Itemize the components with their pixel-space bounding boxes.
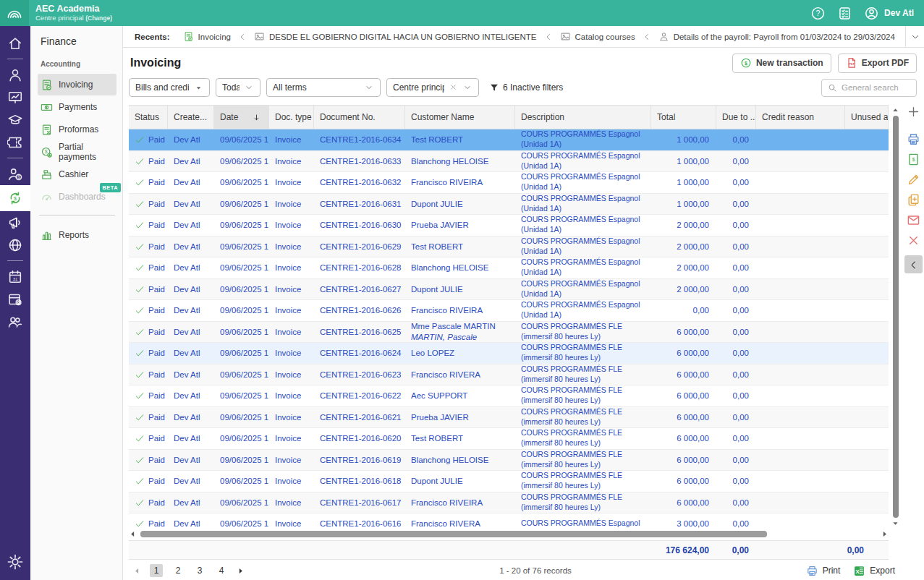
vertical-scrollbar-thumb[interactable] bbox=[893, 116, 899, 518]
chevron-left-icon bbox=[908, 260, 918, 270]
sidebar-item-partial-payments[interactable]: $Partial payments bbox=[38, 141, 116, 163]
table-row[interactable]: PaidDev Atl09/06/2025 1InvoiceCENTRE1-20… bbox=[129, 172, 889, 194]
copy-plus-action-icon[interactable] bbox=[907, 193, 920, 207]
terms-filter[interactable]: All terms bbox=[266, 78, 381, 97]
centre-filter[interactable]: Centre principal bbox=[386, 78, 479, 97]
sidebar-item-reports[interactable]: Reports bbox=[38, 224, 116, 246]
column-header-customer-name[interactable]: Customer Name bbox=[405, 106, 515, 129]
table-row[interactable]: PaidDev Atl09/06/2025 1InvoiceCENTRE1-20… bbox=[129, 194, 889, 216]
image-icon bbox=[560, 31, 571, 42]
app-logo[interactable] bbox=[0, 0, 29, 26]
row-actions-strip: $ bbox=[903, 105, 923, 273]
column-header-total[interactable]: Total bbox=[651, 106, 716, 129]
collapse-panel-button[interactable] bbox=[904, 255, 923, 273]
envelope-action-icon[interactable] bbox=[907, 213, 920, 227]
paid-check-icon bbox=[135, 391, 145, 401]
page-number-3[interactable]: 3 bbox=[193, 564, 206, 577]
scroll-right-arrow[interactable] bbox=[881, 530, 889, 538]
rail-item-contacts[interactable] bbox=[0, 64, 30, 86]
new-transaction-button[interactable]: $ New transaction bbox=[732, 54, 831, 73]
table-row[interactable]: PaidDev Atl09/06/2025 1InvoiceCENTRE1-20… bbox=[129, 471, 889, 492]
table-row[interactable]: PaidDev Atl09/06/2025 1InvoiceCENTRE1-20… bbox=[129, 322, 889, 344]
table-row[interactable]: PaidDev Atl09/06/2025 1InvoiceCENTRE1-20… bbox=[129, 279, 889, 301]
column-header-credit-reason[interactable]: Credit reason bbox=[756, 106, 845, 129]
table-row[interactable]: PaidDev Atl09/06/2025 1InvoiceCENTRE1-20… bbox=[129, 428, 889, 450]
rail-item-hr[interactable]: $ bbox=[0, 163, 30, 185]
print-button[interactable]: Print bbox=[806, 565, 841, 577]
recents-expand-button[interactable] bbox=[905, 26, 924, 47]
printer-action-icon[interactable] bbox=[907, 132, 920, 146]
creator-value: Dev Atl bbox=[174, 413, 200, 422]
document-type-filter[interactable]: Bills and credits bbox=[129, 78, 210, 97]
rail-item-calendar[interactable]: 31 bbox=[0, 265, 30, 288]
export-button[interactable]: X Export bbox=[853, 565, 895, 577]
table-row[interactable]: PaidDev Atl09/06/2025 1InvoiceCENTRE1-20… bbox=[129, 343, 889, 364]
inactive-filters-button[interactable]: 6 Inactive filters bbox=[489, 82, 563, 93]
rail-item-students[interactable] bbox=[0, 108, 30, 131]
change-centre-link[interactable]: (Change) bbox=[85, 14, 112, 22]
recent-item[interactable]: Details of the payroll: Payroll from 01/… bbox=[658, 31, 895, 42]
sidebar-item-cashier[interactable]: Cashier bbox=[38, 163, 116, 185]
column-header-document-no-[interactable]: Document No. bbox=[314, 106, 405, 129]
next-page-arrow[interactable] bbox=[237, 567, 245, 575]
page-number-2[interactable]: 2 bbox=[171, 564, 185, 577]
doc-dollar-action-icon[interactable]: $ bbox=[907, 153, 920, 166]
export-pdf-button[interactable]: PDF Export PDF bbox=[838, 54, 917, 73]
scroll-left-arrow[interactable] bbox=[129, 530, 137, 538]
column-header-create-[interactable]: Create... bbox=[168, 106, 214, 129]
rail-item-tickets[interactable] bbox=[0, 131, 30, 153]
recent-item[interactable]: DESDE EL GOBIERNO DIGITAL HACIA UN GOBIE… bbox=[254, 31, 537, 42]
sidebar-item-payments[interactable]: Payments bbox=[38, 96, 116, 118]
pencil-action-icon[interactable] bbox=[907, 173, 920, 187]
user-menu[interactable]: Dev Atl bbox=[864, 6, 914, 21]
table-row[interactable]: PaidDev Atl09/06/2025 1InvoiceCENTRE1-20… bbox=[129, 513, 889, 529]
sidebar-item-invoicing[interactable]: Invoicing bbox=[38, 74, 116, 95]
pagination: 1234 bbox=[133, 564, 245, 577]
close-action-icon[interactable] bbox=[907, 234, 920, 247]
column-header-due-to-[interactable]: Due to ... bbox=[716, 106, 756, 129]
column-header-date[interactable]: Date bbox=[214, 106, 269, 129]
rail-item-academics[interactable] bbox=[0, 86, 30, 108]
table-row[interactable]: PaidDev Atl09/06/2025 1InvoiceCENTRE1-20… bbox=[129, 364, 889, 386]
date-filter[interactable]: Today bbox=[216, 78, 260, 97]
rail-item-web[interactable] bbox=[0, 234, 30, 256]
scroll-down-arrow[interactable] bbox=[891, 519, 899, 527]
recent-item[interactable]: Catalog courses bbox=[560, 31, 635, 42]
sidebar-item-proformas[interactable]: Proformas bbox=[38, 119, 116, 140]
table-row[interactable]: PaidDev Atl09/06/2025 1InvoiceCENTRE1-20… bbox=[129, 492, 889, 514]
customer-name-value: Francisco RIVEIRA bbox=[411, 177, 483, 187]
table-row[interactable]: PaidDev Atl09/06/2025 1InvoiceCENTRE1-20… bbox=[129, 300, 889, 322]
scroll-up-arrow[interactable] bbox=[891, 106, 899, 114]
table-row[interactable]: PaidDev Atl09/06/2025 1InvoiceCENTRE1-20… bbox=[129, 450, 889, 472]
rail-item-inventory[interactable] bbox=[0, 288, 30, 310]
rail-item-settings[interactable] bbox=[0, 550, 30, 573]
column-header-unused-am[interactable]: Unused am bbox=[845, 106, 889, 129]
rail-item-community[interactable] bbox=[0, 310, 30, 333]
column-header-description[interactable]: Description bbox=[515, 106, 651, 129]
page-number-1[interactable]: 1 bbox=[150, 564, 163, 577]
table-row[interactable]: PaidDev Atl09/06/2025 1InvoiceCENTRE1-20… bbox=[129, 151, 889, 173]
table-row[interactable]: PaidDev Atl09/06/2025 1InvoiceCENTRE1-20… bbox=[129, 385, 889, 407]
column-header-doc-type[interactable]: Doc. type bbox=[269, 106, 314, 129]
prev-page-arrow[interactable] bbox=[133, 567, 141, 575]
page-number-4[interactable]: 4 bbox=[215, 564, 228, 577]
rail-item-home[interactable] bbox=[0, 32, 30, 54]
rail-item-finance[interactable]: $ bbox=[0, 185, 30, 211]
clear-filter-icon[interactable] bbox=[449, 83, 458, 92]
rail-item-marketing[interactable] bbox=[0, 211, 30, 234]
table-row[interactable]: PaidDev Atl09/06/2025 1InvoiceCENTRE1-20… bbox=[129, 407, 889, 429]
plus-action-icon[interactable] bbox=[907, 105, 920, 119]
recent-item[interactable]: Invoicing bbox=[183, 31, 231, 42]
sidebar-item-dashboards: DashboardsBETA bbox=[38, 186, 116, 208]
column-header-status[interactable]: Status bbox=[129, 106, 168, 129]
horizontal-scrollbar-thumb[interactable] bbox=[140, 531, 767, 537]
table-row[interactable]: PaidDev Atl09/06/2025 1InvoiceCENTRE1-20… bbox=[129, 215, 889, 236]
help-icon[interactable]: ? bbox=[810, 6, 826, 21]
table-row[interactable]: PaidDev Atl09/06/2025 1InvoiceCENTRE1-20… bbox=[129, 257, 889, 279]
sidebar-item-label: Dashboards bbox=[59, 192, 106, 202]
sidebar-group-label: Accounting bbox=[38, 60, 116, 68]
table-row[interactable]: PaidDev Atl09/06/2025 1InvoiceCENTRE1-20… bbox=[129, 129, 889, 151]
table-row[interactable]: PaidDev Atl09/06/2025 1InvoiceCENTRE1-20… bbox=[129, 236, 889, 258]
tasks-icon[interactable] bbox=[837, 6, 852, 21]
search-input[interactable] bbox=[842, 83, 910, 92]
